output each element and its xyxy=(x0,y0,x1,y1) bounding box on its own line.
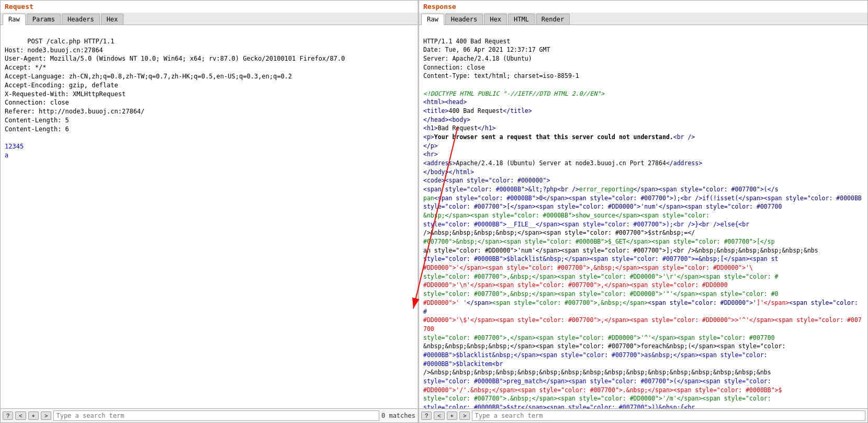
tab-raw-request[interactable]: Raw xyxy=(3,14,26,25)
search-input-response[interactable] xyxy=(472,410,865,421)
next-button-request[interactable]: > xyxy=(41,411,51,420)
request-tabs: Raw Params Headers Hex xyxy=(1,13,418,25)
request-title: Request xyxy=(1,1,418,13)
request-search-bar: ? < + > 0 matches xyxy=(1,408,418,422)
tab-render-response[interactable]: Render xyxy=(536,14,570,25)
plus-button-request[interactable]: + xyxy=(28,411,39,420)
response-panel: Response Raw Headers Hex HTML Render HTT… xyxy=(419,0,868,423)
response-title: Response xyxy=(419,1,867,13)
matches-label-request: 0 matches xyxy=(381,412,415,419)
response-html-open: <html><head> xyxy=(423,98,467,106)
response-h1-close: </h1> xyxy=(478,124,496,132)
response-content-area[interactable]: HTTP/1.1 400 Bad Request Date: Tue, 06 A… xyxy=(419,25,867,408)
response-doctype: <!DOCTYPE HTML PUBLIC "-//IETF//DTD HTML… xyxy=(423,90,604,97)
question-button-response[interactable]: ? xyxy=(421,411,432,420)
plus-button-response[interactable]: + xyxy=(447,411,457,420)
tab-params-request[interactable]: Params xyxy=(27,14,61,25)
tab-hex-request[interactable]: Hex xyxy=(101,14,124,25)
tab-raw-response[interactable]: Raw xyxy=(421,14,444,25)
prev-button-response[interactable]: < xyxy=(434,411,444,420)
prev-button-request[interactable]: < xyxy=(15,411,26,420)
request-body-text: 12345 a xyxy=(5,143,24,159)
response-http-status: HTTP/1.1 400 Bad Request Date: Tue, 06 A… xyxy=(423,38,579,80)
response-title-open: <title> xyxy=(423,107,448,115)
next-button-response[interactable]: > xyxy=(459,411,470,420)
request-panel: Request Raw Params Headers Hex POST /cal… xyxy=(0,0,419,423)
response-search-bar: ? < + > xyxy=(419,408,867,422)
request-content-area[interactable]: POST /calc.php HTTP/1.1 Host: node3.buuo… xyxy=(1,25,418,408)
search-input-request[interactable] xyxy=(53,410,379,421)
response-tabs: Raw Headers Hex HTML Render xyxy=(419,13,867,25)
response-title-close: </title> xyxy=(503,107,532,115)
response-p-open: <p> xyxy=(423,133,434,141)
tab-hex-response[interactable]: Hex xyxy=(484,14,507,25)
question-button-request[interactable]: ? xyxy=(3,411,13,420)
tab-headers-response[interactable]: Headers xyxy=(445,14,483,25)
response-h1-open: <h1> xyxy=(423,124,438,132)
response-head-close: </head><body> xyxy=(423,116,470,123)
tab-html-response[interactable]: HTML xyxy=(508,14,535,25)
tab-headers-request[interactable]: Headers xyxy=(62,14,100,25)
request-headers-text: POST /calc.php HTTP/1.1 Host: node3.buuo… xyxy=(5,38,345,133)
